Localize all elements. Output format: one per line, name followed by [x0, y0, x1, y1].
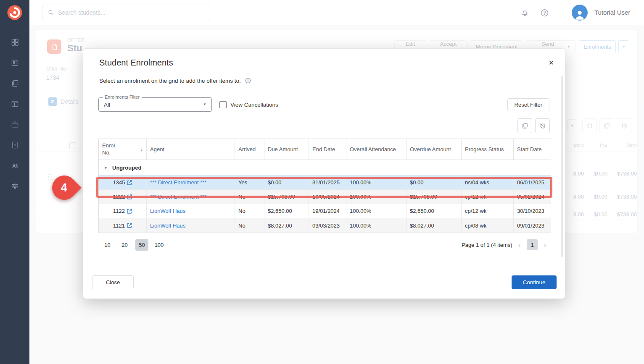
column-label: Agent	[150, 146, 164, 152]
sidebar-item-contacts[interactable]	[6, 162, 24, 170]
overdue-amount-cell: $0.00	[406, 175, 462, 189]
grid-header-row: Enrol No. ↓ Agent Arrived Due Amount End…	[99, 139, 551, 160]
page-size-50[interactable]: 50	[135, 239, 148, 251]
group-collapse-icon[interactable]: ▾	[105, 165, 107, 170]
start-date-cell: 09/01/2023	[514, 218, 551, 233]
invoice-icon: S	[11, 141, 19, 149]
column-header-progress-status[interactable]: Progress Status	[462, 139, 514, 160]
user-name: Tutorial User	[594, 0, 630, 25]
briefcase-icon	[11, 120, 19, 128]
reset-filter-button[interactable]: Reset Filter	[507, 98, 549, 111]
end-date-cell: 31/01/2025	[309, 175, 346, 189]
arrived-cell: No	[235, 204, 264, 218]
group-row-ungrouped[interactable]: ▾ Ungrouped	[99, 160, 551, 175]
modal-scrollbar[interactable]	[561, 76, 563, 257]
page-1-button[interactable]: 1	[527, 239, 538, 250]
revert-button[interactable]	[535, 118, 550, 133]
arrived-cell: Yes	[235, 175, 264, 189]
page-info: Page 1 of 1 (4 items)	[462, 242, 512, 248]
close-icon[interactable]: ✕	[547, 58, 556, 68]
enrolment-row-1121[interactable]: 1121 LionWolf Haus No $8,027.00 03/03/20…	[99, 218, 551, 233]
table-icon	[11, 100, 19, 108]
checkbox-box	[219, 101, 227, 108]
annotation-step-number: 4	[61, 181, 67, 194]
column-header-agent[interactable]: Agent	[147, 139, 235, 160]
next-page-button[interactable]: ›	[544, 241, 546, 249]
column-header-start-date[interactable]: Start Date	[514, 139, 551, 160]
column-header-due-amount[interactable]: Due Amount	[264, 139, 309, 160]
sidebar-item-dashboard[interactable]	[6, 38, 24, 46]
info-icon	[245, 77, 251, 84]
sidebar-nav: S	[0, 0, 29, 364]
progress-status-cell: ns/04 wks	[462, 175, 514, 189]
sidebar-item-settings[interactable]	[6, 182, 24, 190]
enrolment-row-1222[interactable]: 1222 *** Direct Enrolment *** No $15,708…	[99, 190, 551, 204]
enrolment-row-1122[interactable]: 1122 LionWolf Haus No $2,650.00 19/01/20…	[99, 204, 551, 218]
grid-pager: 10 20 50 100 Page 1 of 1 (4 items) ‹ 1 ›	[83, 239, 565, 251]
enrolment-row-1345[interactable]: 1345 *** Direct Enrolment *** Yes $0.00 …	[99, 175, 551, 190]
topbar: Tutorial User	[29, 0, 644, 25]
column-header-enrol-no[interactable]: Enrol No. ↓	[99, 139, 147, 160]
group-label: Ungrouped	[112, 165, 141, 171]
dashboard-icon	[11, 38, 19, 46]
search-input[interactable]	[58, 9, 205, 16]
sidebar-items: S	[0, 38, 29, 190]
enrol-no: 1121	[113, 223, 125, 229]
student-search	[42, 5, 210, 20]
overdue-amount-cell: $2,650.00	[406, 204, 462, 218]
notifications-bell-button[interactable]	[519, 7, 530, 18]
agent-link[interactable]: LionWolf Haus	[150, 208, 185, 214]
column-chooser-button[interactable]	[517, 118, 532, 133]
enrolments-filter-select[interactable]: Enrolments Filter All ▼	[98, 97, 212, 112]
external-link-icon[interactable]	[127, 223, 132, 228]
column-label: End Date	[312, 146, 335, 152]
page-size-100[interactable]: 100	[153, 239, 166, 251]
progress-status-cell: cp/08 wk	[462, 218, 514, 233]
column-header-overall-attendance[interactable]: Overall Attendance	[346, 139, 406, 160]
enrol-no: 1345	[113, 179, 125, 186]
column-header-arrived[interactable]: Arrived	[235, 139, 264, 160]
page-size-20[interactable]: 20	[118, 239, 131, 251]
chevron-down-icon: ▼	[203, 103, 206, 106]
column-header-end-date[interactable]: End Date	[309, 139, 346, 160]
view-cancellations-checkbox[interactable]: View Cancellations	[219, 101, 278, 108]
sidebar-item-offers[interactable]	[6, 79, 24, 87]
end-date-cell: 19/01/2024	[309, 204, 346, 218]
external-link-icon[interactable]	[127, 209, 132, 214]
due-amount-cell: $8,027.00	[264, 218, 309, 233]
sidebar-item-finance[interactable]: S	[6, 141, 24, 149]
prev-page-button[interactable]: ‹	[518, 241, 521, 249]
view-cancellations-label: View Cancellations	[230, 102, 278, 108]
user-icon	[573, 9, 586, 21]
page-size-10[interactable]: 10	[101, 239, 114, 251]
continue-button[interactable]: Continue	[512, 275, 557, 289]
documents-icon	[11, 79, 19, 87]
progress-status-cell: cp/12 wk	[462, 204, 514, 218]
column-label: Progress Status	[465, 146, 504, 152]
external-link-icon[interactable]	[127, 194, 132, 199]
search-icon	[48, 9, 54, 16]
due-amount-cell: $2,650.00	[264, 204, 309, 218]
user-avatar[interactable]	[572, 5, 588, 21]
help-button[interactable]	[539, 7, 550, 18]
logo-swirl-icon	[7, 5, 23, 21]
sidebar-item-timetable[interactable]	[6, 100, 24, 108]
attendance-cell: 100.00%	[346, 218, 406, 233]
column-header-overdue-amount[interactable]: Overdue Amount	[406, 139, 462, 160]
people-icon	[11, 162, 19, 170]
agent-link[interactable]: *** Direct Enrolment ***	[150, 179, 206, 186]
enrolments-filter-label: Enrolments Filter	[103, 94, 142, 100]
history-icon	[539, 123, 546, 129]
attendance-cell: 100.00%	[346, 190, 406, 204]
sidebar-item-students[interactable]	[6, 59, 24, 67]
app-logo-icon[interactable]	[0, 0, 29, 25]
close-button[interactable]: Close	[92, 275, 134, 289]
column-label: Overdue Amount	[410, 146, 451, 152]
agent-link[interactable]: LionWolf Haus	[150, 223, 185, 229]
sidebar-item-services[interactable]	[6, 120, 24, 128]
external-link-icon[interactable]	[127, 180, 132, 185]
due-amount-cell: $15,708.00	[264, 190, 309, 204]
copy-icon	[522, 123, 528, 129]
enrol-no: 1222	[113, 194, 125, 200]
agent-link[interactable]: *** Direct Enrolment ***	[150, 194, 206, 200]
